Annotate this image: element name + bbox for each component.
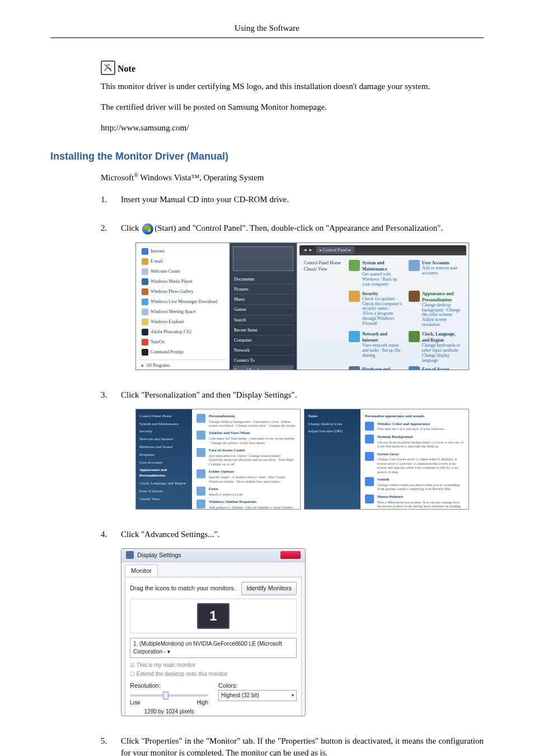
s3-left-item: Windows Sidebar PropertiesAdd gadgets to… xyxy=(196,500,296,509)
s3-left-item: Folder OptionsSpecify single- or double-… xyxy=(196,469,296,483)
s3-side-item: Clock, Language, and Region xyxy=(139,480,189,488)
s3-side-item: Security xyxy=(139,428,189,436)
drag-hint: Drag the icons to match your monitors. xyxy=(130,584,236,592)
close-icon[interactable] xyxy=(280,551,301,559)
os-suffix: Windows Vista™, Operating System xyxy=(138,173,264,182)
sm-meeting: Windows Meeting Space xyxy=(151,309,195,315)
s3-left-item: PersonalizationChange desktop background… xyxy=(196,414,296,428)
colors-select[interactable]: Highest (32 bit)▾ xyxy=(218,690,297,701)
s3-right-item: Mouse PointersPick a different mouse poi… xyxy=(365,494,464,510)
start-menu-left: Internet E-mail Welcome Center Windows M… xyxy=(136,243,229,370)
s3-side-item: Control Panel Home xyxy=(139,413,189,421)
note-url: http://www.samsung.com/ xyxy=(101,122,484,134)
s3-right-item: Screen SaverChange your screen saver or … xyxy=(365,452,464,474)
tab-monitor[interactable]: Monitor xyxy=(125,564,158,577)
sm-ps: Adobe Photoshop CS2 xyxy=(151,329,191,335)
screenshot-step-2: Internet E-mail Welcome Center Windows M… xyxy=(135,242,469,370)
s3-right-item: SoundsChange which sounds are heard when… xyxy=(365,477,464,491)
cp-breadcrumb: ▸ Control Panel ▸ xyxy=(316,246,354,254)
step-2-text-b: (Start) and "Control Panel". Then, doubl… xyxy=(154,223,443,232)
resolution-slider[interactable] xyxy=(130,694,208,697)
sm-welcome: Welcome Center xyxy=(151,268,180,274)
resolution-label: Resolution: xyxy=(130,682,208,690)
smr-network: Network xyxy=(233,346,293,356)
monitor-select[interactable]: 1. (MultipleMonitors) on NVIDIA GeForce8… xyxy=(130,638,297,658)
start-orb-icon xyxy=(142,223,153,235)
sm-internet: Internet xyxy=(151,248,165,254)
s3-side-item: Hardware and Sound xyxy=(139,444,189,451)
slider-low: Low xyxy=(130,699,140,707)
s3-tasks: Tasks xyxy=(308,413,357,421)
cp-category: SecurityCheck for updates · Check this c… xyxy=(349,291,402,328)
sm-photo: Windows Photo Gallery xyxy=(151,288,194,295)
step-1-num: 1. xyxy=(101,194,111,206)
os-prefix: Microsoft xyxy=(101,173,134,182)
identify-monitors-button[interactable]: Identify Monitors xyxy=(241,582,297,595)
s3-left-item: Taskbar and Start MenuCustomize the Star… xyxy=(196,431,296,445)
smr-documents: Documents xyxy=(233,274,293,284)
section-heading: Installing the Monitor Driver (Manual) xyxy=(50,150,484,164)
s3-side-item: Ease of Access xyxy=(139,488,189,496)
s3-side-item: Programs xyxy=(139,451,189,459)
display-settings-icon xyxy=(126,551,134,559)
smr-computer: Computer xyxy=(233,335,293,346)
step-3-num: 3. xyxy=(101,389,111,401)
s3-side-item: System and Maintenance xyxy=(139,421,189,428)
s3-side-item: Appearance and Personalization xyxy=(139,466,189,480)
smr-music: Music xyxy=(233,295,293,305)
smr-pictures: Pictures xyxy=(233,284,293,295)
note-line-1: This monitor driver is under certifying … xyxy=(101,81,484,92)
start-menu-right: Documents Pictures Music Games Search Re… xyxy=(229,243,297,370)
step-2-text-a: Click xyxy=(121,223,141,232)
s3-right-item: Desktop BackgroundChoose from available … xyxy=(365,435,464,449)
cp-category: Hardware and SoundPlay CDs or other medi… xyxy=(349,366,402,370)
cp-category: System and MaintenanceGet started with W… xyxy=(349,260,402,287)
s3-task-dpi: Adjust font size (DPI) xyxy=(308,428,357,436)
note-block: Note This monitor driver is under certif… xyxy=(101,60,484,134)
step-2-text: Click (Start) and "Control Panel". Then,… xyxy=(121,222,484,235)
s3-side-item: Network and Internet xyxy=(139,436,189,444)
sm-cmd: Command Prompt xyxy=(151,349,184,355)
monitor-thumb[interactable]: 1 xyxy=(197,603,229,629)
reg-mark: ® xyxy=(134,172,138,178)
cp-category: Network and InternetView network status … xyxy=(349,331,402,363)
cp-category: Clock, Language, and RegionChange keyboa… xyxy=(409,331,462,363)
resolution-value: 1280 by 1024 pixels xyxy=(130,708,208,716)
smr-controlpanel: Control Panel xyxy=(233,366,293,370)
chk-extend-desktop[interactable]: ☐ Extend the desktop onto this monitor xyxy=(130,670,297,678)
s3-right-heading: Personalize appearance and sounds xyxy=(365,414,464,419)
step-3-text: Click "Personalization" and then "Displa… xyxy=(121,389,484,401)
note-label: Note xyxy=(118,63,135,75)
cp-home: Control Panel Home xyxy=(304,260,343,266)
s3-side-item: User Accounts xyxy=(139,459,189,467)
s3-right-item: Window Color and AppearanceFine tune the… xyxy=(365,422,464,431)
display-settings-title: Display Settings xyxy=(137,551,181,559)
cp-category: Appearance and PersonalizationChange des… xyxy=(409,291,462,328)
page-header: Using the Software xyxy=(50,22,484,38)
cp-classic: Classic View xyxy=(304,266,343,272)
step-1-text: Insert your Manual CD into your CD-ROM d… xyxy=(121,194,484,206)
smr-connect: Connect To xyxy=(233,356,293,366)
chk-main-monitor[interactable]: ☑ This is my main monitor xyxy=(130,661,297,669)
smr-games: Games xyxy=(233,305,293,315)
sm-email: E-mail xyxy=(151,258,163,264)
sm-allprog: All Programs xyxy=(146,362,170,368)
s3-left-item: FontsInstall or remove a font xyxy=(196,487,296,496)
sm-explorer: Windows Explorer xyxy=(151,319,184,325)
smr-recent: Recent Items xyxy=(233,325,293,335)
step-5-num: 5. xyxy=(101,735,111,747)
sm-live: Windows Live Messenger Download xyxy=(151,298,217,305)
note-icon xyxy=(101,60,115,75)
step-4-text: Click "Advanced Settings...". xyxy=(121,529,484,540)
os-line: Microsoft® Windows Vista™, Operating Sys… xyxy=(101,171,484,184)
note-line-2: The certified driver will be posted on S… xyxy=(101,101,484,113)
chevron-down-icon: ▾ xyxy=(292,692,294,698)
s3-side-item: Classic View xyxy=(139,496,189,503)
cp-category: Ease of AccessLet Windows suggest settin… xyxy=(409,366,462,370)
step-4-num: 4. xyxy=(101,529,111,540)
step-5-text-1: Click "Properties" in the "Monitor" tab.… xyxy=(121,735,484,756)
step-2-num: 2. xyxy=(101,222,111,234)
sm-wmp: Windows Media Player xyxy=(151,278,193,284)
sm-nateon: NateOn xyxy=(151,339,165,345)
screenshot-step-4: Display Settings Monitor Drag the icons … xyxy=(121,548,306,716)
